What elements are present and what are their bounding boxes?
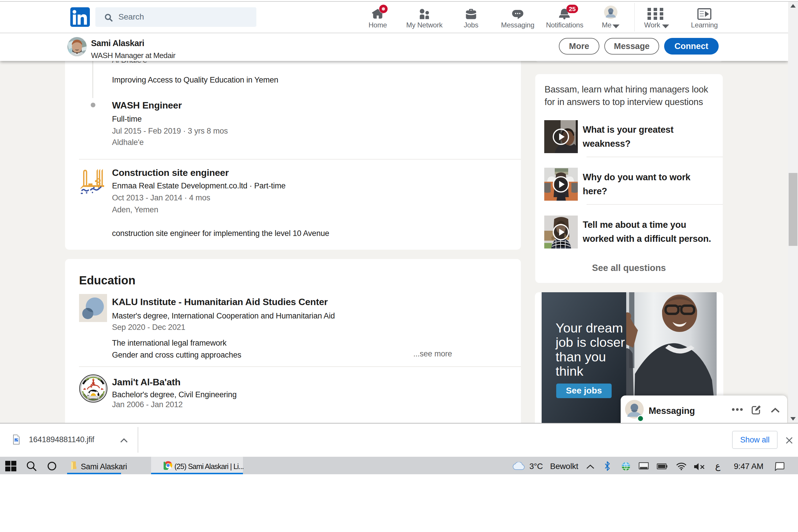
svg-text:25: 25 (569, 5, 576, 12)
svg-text:than you: than you (556, 349, 606, 364)
svg-text:think: think (556, 364, 584, 379)
svg-text:See jobs: See jobs (566, 385, 602, 395)
svg-text:SYRIA 1979: SYRIA 1979 (89, 398, 98, 400)
svg-text:job is closer: job is closer (555, 335, 625, 350)
svg-text:Your dream: Your dream (556, 321, 623, 336)
